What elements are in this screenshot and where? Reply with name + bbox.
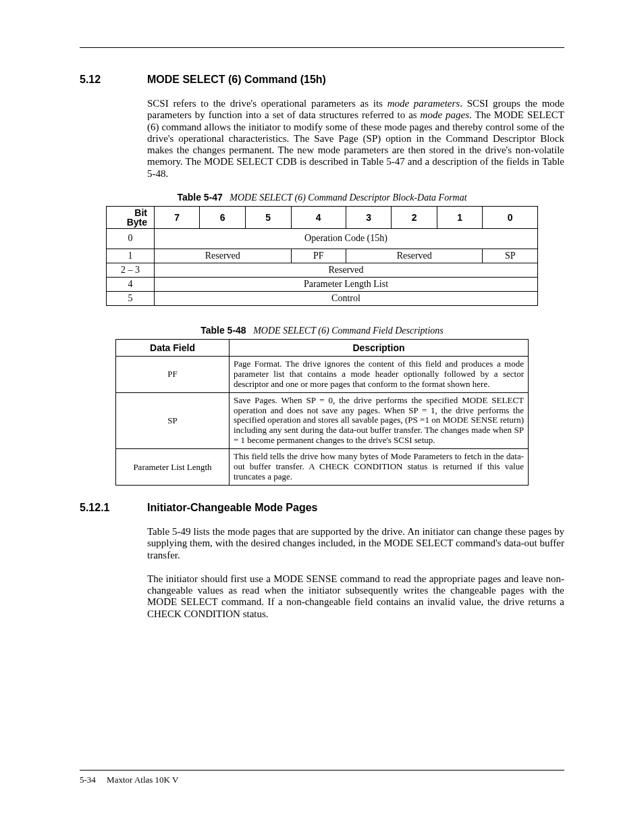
- opcode-cell: Operation Code (15h): [155, 228, 538, 249]
- top-rule: [80, 47, 564, 48]
- bit-1: 1: [437, 206, 483, 228]
- table-47-title: MODE SELECT (6) Command Descriptor Block…: [230, 192, 466, 203]
- bit-6: 6: [200, 206, 245, 228]
- section-number: 5.12: [80, 74, 147, 86]
- table-47-caption: Table 5-47 MODE SELECT (6) Command Descr…: [80, 192, 564, 203]
- sp-cell: SP: [483, 249, 538, 263]
- table-row: PF Page Format. The drive ignores the co…: [116, 356, 529, 392]
- corner-byte: Byte: [127, 217, 147, 228]
- field-param-len: Parameter List Length: [116, 449, 230, 486]
- subsection-title: Initiator-Changeable Mode Pages: [147, 502, 317, 514]
- byte-4: 4: [107, 277, 155, 291]
- bit-0: 0: [483, 206, 538, 228]
- reserved-1: Reserved: [155, 249, 292, 263]
- subsection-number: 5.12.1: [80, 502, 147, 514]
- desc-pf: Page Format. The drive ignores the conte…: [230, 356, 529, 392]
- section-title: MODE SELECT (6) Command (15h): [147, 74, 326, 86]
- byte-5: 5: [107, 291, 155, 305]
- bit-7: 7: [155, 206, 200, 228]
- col-description: Description: [230, 339, 529, 356]
- section-heading: 5.12 MODE SELECT (6) Command (15h): [80, 74, 564, 86]
- byte-2-3: 2 – 3: [107, 263, 155, 277]
- subsection-para1: Table 5-49 lists the mode pages that are…: [147, 526, 564, 561]
- param-len-cell: Parameter Length List: [155, 277, 538, 291]
- table-47-corner: Bit Byte: [107, 206, 155, 228]
- bit-3: 3: [346, 206, 391, 228]
- pf-cell: PF: [291, 249, 346, 263]
- table-48-label: Table 5-48: [200, 325, 246, 336]
- table-47: Bit Byte 7 6 5 4 3 2 1 0 0 Operation Cod…: [106, 206, 538, 306]
- field-sp: SP: [116, 392, 230, 449]
- table-48-caption: Table 5-48 MODE SELECT (6) Command Field…: [80, 325, 564, 336]
- byte-0: 0: [107, 228, 155, 249]
- table-row: Parameter List Length This field tells t…: [116, 449, 529, 486]
- reserved-3: Reserved: [155, 263, 538, 277]
- bit-2: 2: [392, 206, 437, 228]
- table-row: SP Save Pages. When SP = 0, the drive pe…: [116, 392, 529, 449]
- subsection-heading: 5.12.1 Initiator-Changeable Mode Pages: [80, 502, 564, 514]
- footer: 5-34 Maxtor Atlas 10K V: [80, 775, 178, 785]
- section-body: SCSI refers to the drive's operational p…: [147, 98, 564, 180]
- page-number: 5-34: [80, 775, 96, 785]
- col-data-field: Data Field: [116, 339, 230, 356]
- table-47-label: Table 5-47: [177, 192, 222, 203]
- control-cell: Control: [155, 291, 538, 305]
- doc-name: Maxtor Atlas 10K V: [107, 775, 178, 785]
- reserved-2: Reserved: [346, 249, 483, 263]
- footer-rule: [80, 770, 564, 771]
- desc-param-len: This field tells the drive how many byte…: [230, 449, 529, 486]
- table-48-title: MODE SELECT (6) Command Field Descriptio…: [253, 325, 444, 336]
- field-pf: PF: [116, 356, 230, 392]
- bit-4: 4: [291, 206, 346, 228]
- desc-sp: Save Pages. When SP = 0, the drive perfo…: [230, 392, 529, 449]
- byte-1: 1: [107, 249, 155, 263]
- bit-5: 5: [245, 206, 291, 228]
- table-48: Data Field Description PF Page Format. T…: [115, 339, 529, 486]
- subsection-para2: The initiator should first use a MODE SE…: [147, 573, 564, 620]
